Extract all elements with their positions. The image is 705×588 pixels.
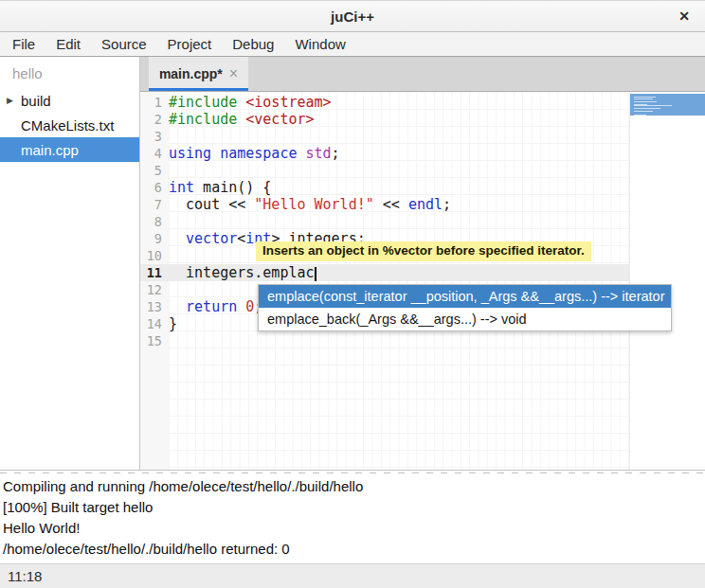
- line-number: 11: [140, 264, 169, 281]
- autocomplete-item[interactable]: emplace(const_iterator __position, _Args…: [259, 285, 671, 308]
- code-token: ;: [443, 196, 451, 213]
- code-token: <vector>: [245, 111, 314, 128]
- editor-pane: main.cpp* × 123456789101112131415 #inclu…: [140, 57, 705, 470]
- autocomplete-popup: emplace(const_iterator __position, _Args…: [258, 284, 672, 331]
- output-line: Hello World!: [3, 518, 705, 539]
- app-window: juCi++ ✕ FileEditSourceProjectDebugWindo…: [0, 0, 705, 588]
- window-title: juCi++: [331, 9, 374, 25]
- menu-item-source[interactable]: Source: [91, 33, 157, 55]
- code-token: "Hello World!": [254, 196, 373, 213]
- tree-item-main-cpp[interactable]: main.cpp: [0, 137, 139, 162]
- code-token: <<: [374, 196, 408, 213]
- line-number: 6: [140, 179, 169, 196]
- autocomplete-item[interactable]: emplace_back(_Args &&__args...) --> void: [259, 308, 671, 330]
- code-token: ;: [332, 145, 340, 162]
- code-line-11[interactable]: integers.emplac: [169, 264, 629, 281]
- tree-item-label: build: [21, 93, 51, 109]
- line-number: 4: [140, 145, 169, 162]
- code-token: [169, 298, 186, 315]
- minimap-line: [634, 108, 660, 109]
- code-area[interactable]: #include <iostream>#include <vector>usin…: [169, 92, 629, 470]
- code-token: using: [169, 145, 211, 162]
- cursor-position: 11:18: [8, 568, 42, 584]
- menu-bar: FileEditSourceProjectDebugWindow: [0, 32, 705, 57]
- line-number: 8: [140, 213, 169, 230]
- minimap-viewport[interactable]: [630, 94, 705, 116]
- code-line-1[interactable]: #include <iostream>: [169, 94, 629, 111]
- code-token: [211, 145, 220, 162]
- code-token: <: [237, 230, 245, 247]
- line-number: 3: [140, 128, 169, 145]
- code-token: return: [186, 298, 237, 315]
- code-line-4[interactable]: using namespace std;: [169, 145, 629, 162]
- minimap[interactable]: [629, 92, 705, 470]
- line-number: 15: [140, 332, 169, 349]
- menu-item-project[interactable]: Project: [157, 33, 223, 55]
- code-token: endl: [408, 196, 443, 213]
- menu-item-file[interactable]: File: [2, 33, 45, 55]
- tree-item-cmakelists-txt[interactable]: CMakeLists.txt: [0, 113, 139, 137]
- output-line: /home/olece/test/hello/./build/hello ret…: [3, 539, 705, 560]
- code-token: [169, 230, 186, 247]
- code-line-2[interactable]: #include <vector>: [169, 111, 629, 128]
- text-caret: [315, 267, 316, 281]
- code-token: <iostream>: [245, 94, 331, 111]
- project-name: hello: [0, 57, 139, 88]
- tree-item-build[interactable]: ▶build: [0, 88, 139, 113]
- minimap-line: [634, 101, 657, 102]
- output-line: Compiling and running /home/olece/test/h…: [3, 476, 705, 497]
- line-number: 12: [140, 281, 169, 298]
- file-tree: ▶buildCMakeLists.txtmain.cpp: [0, 88, 139, 162]
- pane-divider-handle[interactable]: [0, 470, 705, 473]
- minimap-line: [634, 116, 635, 116]
- code-line-3[interactable]: [169, 128, 629, 145]
- code-token: vector: [186, 230, 237, 247]
- tree-item-label: CMakeLists.txt: [21, 117, 114, 134]
- tree-item-label: main.cpp: [21, 142, 79, 158]
- status-bar: 11:18: [0, 563, 705, 588]
- minimap-line: [634, 111, 653, 112]
- code-token: }: [169, 315, 177, 332]
- expander-icon[interactable]: ▶: [7, 96, 21, 105]
- code-token: #include: [169, 94, 245, 111]
- tab-label: main.cpp*: [159, 66, 223, 81]
- code-line-5[interactable]: [169, 162, 629, 179]
- minimap-line: [634, 98, 653, 99]
- code-token: main() {: [194, 179, 271, 196]
- code-line-7[interactable]: cout << "Hello World!" << endl;: [169, 196, 629, 213]
- minimap-line: [634, 115, 646, 116]
- minimap-line: [634, 105, 672, 106]
- line-number: 10: [140, 247, 169, 264]
- window-close-button[interactable]: ✕: [674, 9, 695, 24]
- code-editor[interactable]: 123456789101112131415 #include <iostream…: [140, 92, 705, 470]
- code-token: namespace: [220, 145, 297, 162]
- line-number: 5: [140, 162, 169, 179]
- line-number: 1: [140, 94, 169, 111]
- menu-item-edit[interactable]: Edit: [45, 33, 91, 55]
- code-line-6[interactable]: int main() {: [169, 179, 629, 196]
- close-icon: ✕: [678, 9, 690, 24]
- output-line: [100%] Built target hello: [3, 497, 705, 518]
- project-sidebar: hello ▶buildCMakeLists.txtmain.cpp: [0, 57, 140, 470]
- line-number: 9: [140, 230, 169, 247]
- tab-close-icon[interactable]: ×: [229, 67, 238, 80]
- main-area: hello ▶buildCMakeLists.txtmain.cpp main.…: [0, 57, 705, 470]
- line-number-gutter: 123456789101112131415: [140, 92, 169, 470]
- line-number: 13: [140, 298, 169, 315]
- code-token: 0: [245, 298, 254, 315]
- hover-tooltip: Inserts an object in %vector before spec…: [256, 241, 591, 261]
- code-line-8[interactable]: [169, 213, 629, 230]
- line-number: 7: [140, 196, 169, 213]
- code-line-15[interactable]: [169, 332, 629, 349]
- code-token: std: [306, 145, 332, 162]
- line-number: 2: [140, 111, 169, 128]
- code-token: [297, 145, 305, 162]
- menu-item-window[interactable]: Window: [284, 33, 355, 55]
- code-token: cout <<: [169, 196, 254, 213]
- line-number: 14: [140, 315, 169, 332]
- code-token: int: [169, 179, 194, 196]
- code-token: [237, 298, 245, 315]
- tab-main-cpp[interactable]: main.cpp* ×: [149, 57, 248, 91]
- menu-item-debug[interactable]: Debug: [222, 33, 284, 55]
- code-token: integers.emplac: [169, 264, 315, 281]
